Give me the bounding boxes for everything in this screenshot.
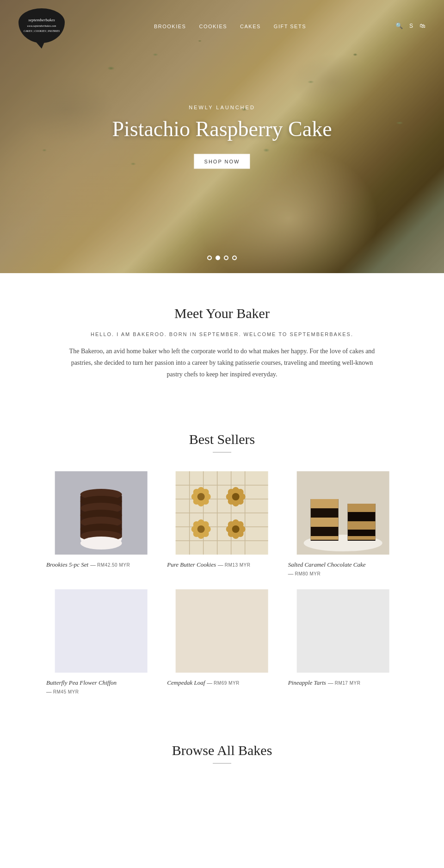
product-image-cookies: [167, 471, 277, 555]
svg-rect-65: [310, 499, 338, 508]
baker-tagline: HELLO. I AM BAKEROO. BORN IN SEPTEMBER. …: [65, 331, 379, 337]
svg-rect-70: [347, 521, 375, 530]
carousel-dot-3[interactable]: [224, 256, 228, 260]
svg-rect-72: [55, 589, 148, 673]
product-card-pineapple[interactable]: Pineapple Tarts — RM17 MYR: [288, 589, 398, 696]
svg-rect-73: [176, 589, 268, 673]
account-icon[interactable]: S: [409, 23, 413, 29]
svg-rect-67: [310, 536, 338, 540]
search-icon[interactable]: 🔍: [395, 22, 403, 30]
nav-menu: BROOKIES COOKIES CAKES GIFT SETS: [154, 22, 306, 30]
baker-heading: Meet Your Baker: [65, 306, 379, 321]
svg-point-31: [197, 493, 205, 500]
product-card-cookies[interactable]: Pure Butter Cookies — RM13 MYR: [167, 471, 277, 578]
svg-rect-66: [310, 518, 338, 527]
shop-now-button[interactable]: SHOP NOW: [194, 154, 250, 169]
products-grid: Brookies 5-pc Set — RM42.50 MYR: [46, 471, 398, 696]
nav-item-gift-sets[interactable]: GIFT SETS: [274, 24, 306, 29]
product-card-brookies[interactable]: Brookies 5-pc Set — RM42.50 MYR: [46, 471, 156, 578]
product-image-chiffon: [46, 589, 156, 673]
hero-carousel-dots: [207, 256, 237, 260]
browse-section: Browse All Bakes: [0, 715, 444, 796]
carousel-dot-4[interactable]: [232, 256, 237, 260]
svg-rect-71: [347, 536, 375, 540]
cart-icon[interactable]: 🛍: [419, 22, 426, 30]
baker-description: The Bakeroo, an avid home baker who left…: [65, 345, 379, 381]
product-card-cempedak[interactable]: Cempedak Loaf — RM69 MYR: [167, 589, 277, 696]
product-image-cempedak: [167, 589, 277, 673]
nav-item-cakes[interactable]: CAKES: [240, 24, 261, 29]
product-image-pineapple: [288, 589, 398, 673]
product-image-chocolate-cake: [288, 471, 398, 555]
navbar: septemberbakes www.septemberbakes.com CA…: [0, 0, 444, 51]
logo[interactable]: septemberbakes www.septemberbakes.com CA…: [18, 8, 65, 43]
section-divider: [213, 452, 231, 453]
bestsellers-section: Best Sellers: [0, 408, 444, 715]
browse-divider: [213, 763, 231, 764]
svg-point-61: [232, 525, 240, 533]
browse-heading: Browse All Bakes: [18, 743, 426, 758]
product-image-brookies: [46, 471, 156, 555]
product-name-chocolate-cake: Salted Caramel Chocolate Cake — RM80 MYR: [288, 560, 398, 578]
baker-section: Meet Your Baker HELLO. I AM BAKEROO. BOR…: [0, 273, 444, 408]
product-name-chiffon: Butterfly Pea Flower Chiffon — RM45 MYR: [46, 678, 156, 696]
nav-icons: 🔍 S 🛍: [395, 22, 426, 30]
nav-item-brookies[interactable]: BROOKIES: [154, 24, 186, 29]
carousel-dot-2[interactable]: [216, 256, 220, 260]
product-card-chocolate-cake[interactable]: Salted Caramel Chocolate Cake — RM80 MYR: [288, 471, 398, 578]
product-name-pineapple: Pineapple Tarts — RM17 MYR: [288, 678, 398, 687]
nav-item-cookies[interactable]: COOKIES: [199, 24, 227, 29]
product-name-brookies: Brookies 5-pc Set — RM42.50 MYR: [46, 560, 156, 569]
svg-rect-74: [296, 589, 389, 673]
product-card-chiffon[interactable]: Butterfly Pea Flower Chiffon — RM45 MYR: [46, 589, 156, 696]
carousel-dot-1[interactable]: [207, 256, 212, 260]
svg-point-51: [197, 525, 205, 533]
svg-point-41: [232, 493, 240, 500]
hero-content: NEWLY LAUNCHED Pistachio Raspberry Cake …: [112, 105, 332, 169]
hero-subtitle: NEWLY LAUNCHED: [112, 105, 332, 110]
product-name-cempedak: Cempedak Loaf — RM69 MYR: [167, 678, 277, 687]
svg-point-10: [80, 537, 122, 550]
logo-text: septemberbakes www.septemberbakes.com CA…: [24, 18, 60, 34]
hero-title: Pistachio Raspberry Cake: [112, 117, 332, 141]
bestsellers-heading: Best Sellers: [18, 431, 426, 447]
product-name-cookies: Pure Butter Cookies — RM13 MYR: [167, 560, 277, 569]
svg-rect-69: [347, 504, 375, 512]
